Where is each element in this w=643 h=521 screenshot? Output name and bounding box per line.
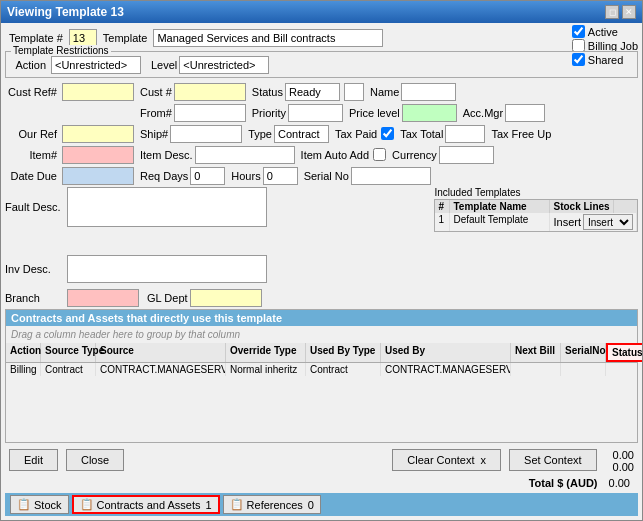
inv-desc-row: Inv Desc. [5,251,638,286]
fault-included-area: Fault Desc. Included Templates # Templat… [5,187,638,247]
type-input[interactable] [274,125,329,143]
active-row: Active [572,25,638,38]
tab-references[interactable]: 📋 References 0 [223,495,321,514]
our-ref-row: Our Ref Ship# Type Tax Paid Tax Total Ta… [5,124,638,143]
our-ref-input[interactable] [62,125,134,143]
ship-input[interactable] [170,125,242,143]
row-serial-no-val [561,363,606,376]
tax-paid-label: Tax Paid [335,128,377,140]
template-num-label: Template # [9,32,63,44]
cust-ref-input[interactable] [62,83,134,101]
col-action: Action [6,343,41,362]
active-checkbox[interactable] [572,25,585,38]
price-level-label: Price level [349,107,400,119]
name-input[interactable] [401,83,456,101]
tab-contracts-count: 1 [205,499,211,511]
inc-col-stock: Stock Lines [550,200,613,213]
item-input[interactable] [62,146,134,164]
action-input[interactable] [51,56,141,74]
from-input[interactable] [174,104,246,122]
tab-contracts[interactable]: 📋 Contracts and Assets 1 [72,495,220,514]
clear-context-label: Clear Context [407,454,474,466]
tab-contracts-label: Contracts and Assets [97,499,201,511]
col-serial-no: SerialNo [561,343,606,362]
branch-input[interactable] [67,289,139,307]
priority-label: Priority [252,107,286,119]
set-context-button[interactable]: Set Context [509,449,596,471]
cust-ref-label: Cust Ref# [5,86,60,98]
item-auto-add-label: Item Auto Add [301,149,370,161]
req-days-input[interactable] [190,167,225,185]
col-used-by-type: Used By Type [306,343,381,362]
currency-input[interactable] [439,146,494,164]
billing-job-label: Billing Job [588,40,638,52]
item-row: Item# Item Desc. Item Auto Add Currency [5,145,638,164]
window-title: Viewing Template 13 [7,5,124,19]
date-due-input[interactable] [62,167,134,185]
from-label: From# [140,107,172,119]
item-auto-add-checkbox[interactable] [373,148,386,161]
clear-context-button[interactable]: Clear Context x [392,449,501,471]
item-desc-input[interactable] [195,146,295,164]
restore-button[interactable]: ◻ [605,5,619,19]
tab-stock[interactable]: 📋 Stock [10,495,69,514]
bottom-tab-bar: 📋 Stock 📋 Contracts and Assets 1 📋 Refer… [5,493,638,516]
inv-desc-textarea[interactable] [67,255,267,283]
template-restrictions-section: Template Restrictions Action Level [5,51,638,78]
row-action: Billing [6,363,41,376]
branch-row: Branch GL Dept [5,288,638,307]
fault-desc-textarea[interactable] [67,187,267,227]
close-button-bottom[interactable]: Close [66,449,124,471]
bottom-buttons: Edit Close Clear Context x Set Context 0… [5,445,638,477]
template-name-input[interactable] [153,29,383,47]
status-color-input[interactable] [344,83,364,101]
acc-mgr-input[interactable] [505,104,545,122]
hours-input[interactable] [263,167,298,185]
edit-button[interactable]: Edit [9,449,58,471]
bottom-area: Edit Close Clear Context x Set Context 0… [5,445,638,491]
tax-paid-checkbox[interactable] [381,127,394,140]
col-source-type: Source Type [41,343,96,362]
tax-total-label: Tax Total [400,128,443,140]
col-source: Source [96,343,226,362]
inc-table-header: # Template Name Stock Lines [435,200,637,213]
item-desc-label: Item Desc. [140,149,193,161]
gl-dept-input[interactable] [190,289,262,307]
price-level-input[interactable] [402,104,457,122]
close-button[interactable]: ✕ [622,5,636,19]
col-override-type: Override Type [226,343,306,362]
action-label: Action [9,59,49,71]
row-source-type: Contract [41,363,96,376]
name-label: Name [370,86,399,98]
included-templates-area: Included Templates # Template Name Stock… [434,187,638,247]
tab-references-label: References [247,499,303,511]
row-status-val [606,363,642,376]
status-label: Status [252,86,283,98]
hours-label: Hours [231,170,260,182]
main-window: Viewing Template 13 ◻ ✕ Template # Templ… [0,0,643,521]
cust-num-input[interactable] [174,83,246,101]
inc-stock-select[interactable]: Insert [583,214,633,230]
bottom-tabs: 📋 Stock 📋 Contracts and Assets 1 📋 Refer… [10,495,321,514]
row-override-type: Normal inheritz [226,363,306,376]
from-row: x From# Priority Price level Acc.Mgr [5,103,638,122]
acc-mgr-label: Acc.Mgr [463,107,503,119]
row-used-by-type: Contract [306,363,381,376]
our-ref-label: Our Ref [5,128,60,140]
serial-no-input[interactable] [351,167,431,185]
branch-label: Branch [5,292,65,304]
left-fields: Cust Ref# Cust # Status Name x From# [5,82,638,185]
type-label: Type [248,128,272,140]
status-input[interactable] [285,83,340,101]
inc-table-row: 1 Default Template Insert Insert [435,213,637,231]
row-source: CONTRACT.MANAGESERVICES [96,363,226,376]
total2: 0.00 [613,461,634,473]
active-label: Active [588,26,618,38]
date-row: Date Due Req Days Hours Serial No [5,166,638,185]
tax-total-input[interactable] [445,125,485,143]
window-controls: ◻ ✕ [605,5,636,19]
level-input[interactable] [179,56,269,74]
priority-input[interactable] [288,104,343,122]
total1: 0.00 [613,449,634,461]
gl-dept-label: GL Dept [147,292,188,304]
